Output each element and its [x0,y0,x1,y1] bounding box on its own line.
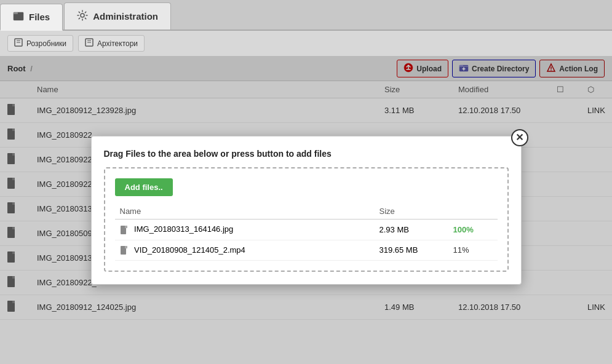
upload-table: Name Size IMG_20180313_164146.jpg 2.93 M… [115,204,498,261]
administration-icon [77,10,88,23]
upload-progress: 11% [448,240,498,261]
upload-file-name: VID_20180908_121405_2.mp4 [115,240,375,261]
svg-rect-35 [125,226,127,228]
upload-file-name: IMG_20180313_164146.jpg [115,219,375,240]
upload-file-size: 319.65 MB [375,240,448,261]
drop-area[interactable]: Add files.. Name Size IMG_ [104,167,509,272]
tab-files-label: Files [29,12,50,22]
modal-close-button[interactable]: ✕ [511,129,528,146]
rozrobnyky-btn[interactable]: Розробники [7,35,73,52]
rozrobnyky-icon [14,38,23,49]
modal-title: Drag Files to the area below or press bu… [104,149,509,159]
close-icon: ✕ [515,132,523,143]
tab-files[interactable]: Files [0,4,63,31]
tab-administration-label: Administration [93,11,158,22]
upload-th-name: Name [115,204,375,220]
upload-file-size: 2.93 MB [375,219,448,240]
upload-modal: ✕ Drag Files to the area below or press … [91,136,522,285]
upload-progress: 100% [448,219,498,240]
arkhitektory-label: Архітектори [97,39,138,48]
svg-point-2 [81,14,84,17]
upload-row: VID_20180908_121405_2.mp4 319.65 MB 11% [115,240,498,261]
rozrobnyky-label: Розробники [26,39,66,48]
arkhitektory-icon [85,38,93,49]
tab-administration[interactable]: Administration [64,2,171,30]
add-files-button[interactable]: Add files.. [115,178,173,196]
upload-th-progress [448,204,498,220]
files-icon [13,10,24,24]
svg-rect-1 [14,12,18,14]
arkhitektory-btn[interactable]: Архітектори [78,35,145,52]
subtitle-bar: Розробники Архітектори [0,31,612,57]
tab-bar: Files Administration [0,0,612,31]
upload-modal-overlay: ✕ Drag Files to the area below or press … [0,57,612,364]
svg-rect-37 [125,246,127,248]
main-area: Root / Upload Create Directory Action [0,57,612,364]
upload-row: IMG_20180313_164146.jpg 2.93 MB 100% [115,219,498,240]
upload-th-size: Size [375,204,448,220]
